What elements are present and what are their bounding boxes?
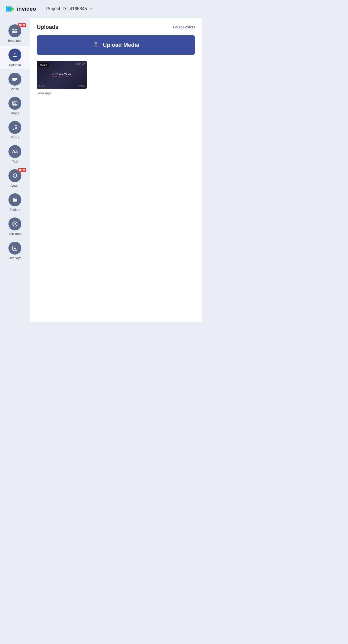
sidebar-item-overlays[interactable]: Overlays [0,239,30,262]
text-icon: Aa [8,145,21,158]
uploads-icon [8,48,21,62]
sidebar-label-overlays: Overlays [8,256,21,260]
invideo-logo-icon [5,4,15,14]
media-bottom-right-text: INVIDEO [78,85,85,87]
stickers-icon [8,218,21,230]
sidebar-item-templates[interactable]: New Templates [0,22,30,45]
dot-2 [41,85,42,87]
sidebar-label-image: Image [10,111,19,115]
media-grid: A HALLOWEEN CROSS-COUNTRY TOUR INVIDEO 0… [37,61,195,95]
dot-3 [43,85,45,87]
image-icon [8,97,21,110]
header: invideo Project ID : 4165845 ✏ [0,0,202,18]
upload-button-label: Upload Media [103,42,140,48]
sidebar-item-music[interactable]: Music [0,118,30,142]
media-thumbnail: A HALLOWEEN CROSS-COUNTRY TOUR INVIDEO 0… [37,61,87,89]
page-title: Uploads [37,24,58,30]
media-filename: news.mp4 [37,91,51,95]
svg-rect-4 [15,28,17,30]
sidebar-item-image[interactable]: Image [0,94,30,118]
header-divider [41,4,41,14]
upload-media-button[interactable]: Upload Media [37,35,195,55]
sidebar-label-folders: Folders [9,208,20,212]
svg-rect-3 [12,28,14,30]
media-bottom-dots [39,85,45,87]
sidebar-label-text: Text [12,160,18,163]
svg-point-13 [14,223,15,224]
overlays-icon [8,242,21,254]
halloween-subtitle: CROSS-COUNTRY TOUR [50,76,73,77]
media-duration: 00:37 [39,63,49,67]
edit-icon[interactable]: ✏ [89,6,93,11]
sidebar-label-logo: Logo [11,184,19,188]
sidebar-label-uploads: Uploads [9,63,21,67]
sidebar-label-video: Video [11,87,19,91]
sidebar-item-uploads[interactable]: Uploads [0,46,30,69]
upload-icon [92,41,99,49]
media-item[interactable]: A HALLOWEEN CROSS-COUNTRY TOUR INVIDEO 0… [37,61,87,95]
sidebar-item-logo[interactable]: New Logo [0,167,30,190]
svg-rect-5 [12,30,15,33]
sidebar-item-stickers[interactable]: Stickers [0,215,30,238]
sidebar-label-music: Music [11,135,19,139]
go-to-folders-link[interactable]: Go To Folders [173,25,195,29]
svg-marker-2 [10,6,14,12]
svg-rect-7 [15,32,17,33]
svg-point-14 [15,223,16,224]
media-top-right-label: CHIP UP [76,63,85,65]
svg-point-11 [15,175,15,176]
logo-area: invideo [5,4,36,14]
logo-new-badge: New [18,168,26,172]
sidebar-item-text[interactable]: Aa Text [0,142,30,166]
music-icon [8,121,21,134]
sidebar: New Templates Uploads [0,18,30,322]
halloween-title: A HALLOWEEN [50,72,73,75]
templates-new-badge: New [18,24,26,27]
project-id: Project ID : 4165845 ✏ [46,6,93,12]
svg-rect-6 [15,30,17,32]
content-area: Uploads Go To Folders Upload Media A HAL… [30,18,202,322]
video-icon [8,73,21,86]
folders-icon [8,193,21,206]
sidebar-item-folders[interactable]: Folders [0,191,30,214]
svg-rect-8 [12,78,16,80]
sidebar-label-templates: Templates [7,39,22,42]
halloween-text: A HALLOWEEN CROSS-COUNTRY TOUR [50,72,73,77]
svg-point-12 [13,222,17,226]
svg-point-10 [13,102,14,103]
logo-text: invideo [17,6,36,12]
main-layout: New Templates Uploads [0,18,202,322]
content-header: Uploads Go To Folders [37,24,195,30]
sidebar-label-stickers: Stickers [9,232,21,236]
sidebar-item-video[interactable]: Video [0,70,30,93]
dot-1 [39,85,40,87]
project-id-text: Project ID : 4165845 [46,6,87,12]
